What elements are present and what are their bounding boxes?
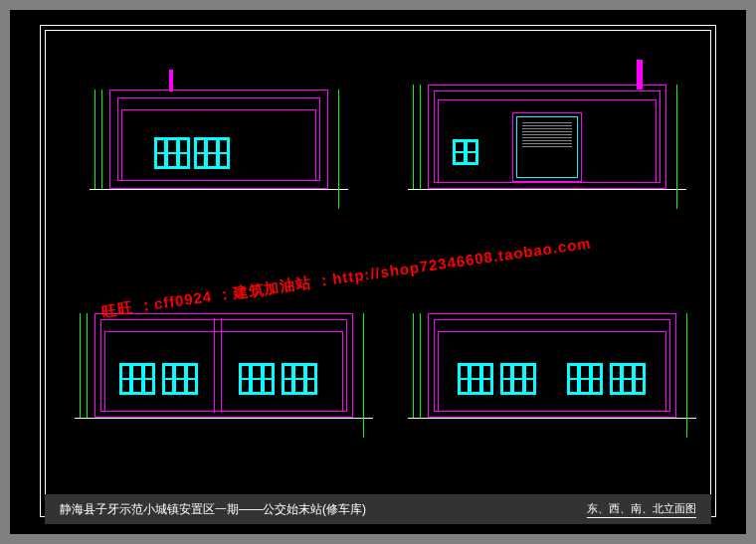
- dimension-line: [676, 85, 677, 209]
- dimension-line: [338, 90, 339, 209]
- title-bar: 静海县子牙示范小城镇安置区一期——公交始末站(修车库) 东、西、南、北立面图: [45, 494, 711, 524]
- dimension-line: [413, 85, 414, 189]
- drawing-title: 静海县子牙示范小城镇安置区一期——公交始末站(修车库): [60, 501, 366, 518]
- chimney-icon: [169, 70, 173, 91]
- window-small: [453, 139, 478, 165]
- dimension-line: [80, 313, 81, 418]
- elevation-north: [408, 293, 696, 462]
- dimension-line: [413, 313, 414, 418]
- dimension-line: [87, 313, 88, 418]
- window: [500, 363, 536, 395]
- dimension-line: [363, 313, 364, 438]
- ladder-icon: [214, 318, 222, 413]
- window: [162, 363, 198, 395]
- window: [119, 363, 155, 395]
- dimension-line: [101, 90, 102, 189]
- pipe-icon: [637, 60, 643, 90]
- window: [458, 363, 493, 395]
- window: [239, 363, 275, 395]
- dimension-line: [94, 90, 95, 189]
- window: [567, 363, 603, 395]
- window: [194, 137, 230, 169]
- cad-canvas[interactable]: 旺旺 ：cff0924 ：建筑加油站 ：http://shop72346608.…: [10, 10, 746, 534]
- elevation-west: [408, 65, 686, 229]
- window: [154, 137, 190, 169]
- window: [610, 363, 646, 395]
- dimension-line: [420, 313, 421, 418]
- elevation-east: [90, 70, 348, 229]
- window: [282, 363, 317, 395]
- drawing-subtitle: 东、西、南、北立面图: [587, 501, 696, 518]
- dimension-line: [686, 313, 687, 438]
- garage-door: [512, 112, 582, 182]
- dimension-line: [420, 85, 421, 189]
